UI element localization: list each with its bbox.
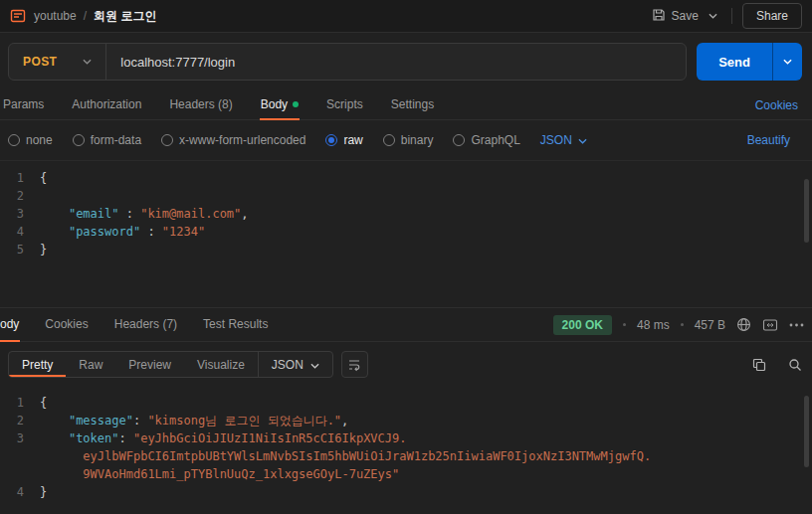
response-body-editor[interactable]: 1{2 "message": "kimsong님 로그인 되었습니다.",3 "…: [0, 386, 812, 514]
response-toolbar: Pretty Raw Preview Visualize JSON: [0, 342, 812, 386]
response-tab-headers[interactable]: Headers (7): [113, 308, 178, 342]
response-time[interactable]: 48 ms: [637, 318, 670, 332]
radio-icon: [73, 134, 85, 146]
beautify-link[interactable]: Beautify: [747, 133, 804, 147]
response-editor-scrollbar[interactable]: [804, 396, 809, 467]
code-line: 2: [0, 187, 812, 205]
response-tab-body[interactable]: Body: [0, 308, 20, 342]
send-split-button: Send: [697, 43, 802, 81]
code-line: 2 "message": "kimsong님 로그인 되었습니다.",: [0, 412, 812, 429]
url-box: POST localhost:7777/login: [8, 43, 687, 81]
status-badge[interactable]: 200 OK: [553, 315, 612, 335]
meta-separator-dot: [681, 323, 684, 326]
topbar: youtube / 회원 로그인 Save Share: [0, 0, 812, 33]
cookies-link-wrap: Cookies: [755, 90, 810, 119]
wrap-text-icon[interactable]: [341, 351, 368, 378]
code-text: eyJlbWFpbCI6ImtpbUBtYWlsLmNvbSIsIm5hbWUi…: [40, 447, 651, 465]
response-meta: 200 OK 48 ms 457 B: [553, 308, 804, 341]
method-dropdown[interactable]: POST: [9, 44, 106, 80]
tab-settings[interactable]: Settings: [390, 90, 435, 120]
line-number: [0, 465, 40, 483]
api-client-window: youtube / 회원 로그인 Save Share: [0, 0, 812, 514]
radio-icon: [453, 134, 465, 146]
copy-response-icon[interactable]: [752, 358, 766, 372]
cookies-link[interactable]: Cookies: [755, 98, 798, 112]
send-button[interactable]: Send: [697, 43, 772, 81]
body-modified-dot: [293, 101, 299, 107]
send-options-chevron-icon[interactable]: [772, 43, 802, 81]
line-number: 2: [0, 412, 40, 429]
code-line: eyJlbWFpbCI6ImtpbUBtYWlsLmNvbSIsIm5hbWUi…: [0, 447, 812, 465]
line-number: 3: [0, 429, 40, 447]
response-language-dropdown[interactable]: JSON: [258, 352, 332, 377]
line-number: [0, 447, 40, 465]
share-button[interactable]: Share: [742, 3, 802, 29]
tab-authorization[interactable]: Authorization: [71, 90, 142, 120]
network-info-globe-icon[interactable]: [736, 317, 751, 332]
response-size[interactable]: 457 B: [695, 318, 725, 332]
request-tabs: Params Authorization Headers (8) Body Sc…: [0, 90, 812, 120]
code-text: "email" : "kim@mail.com",: [40, 205, 249, 223]
code-text: {: [40, 394, 47, 412]
line-number: 4: [0, 223, 40, 241]
response-panel: Body Cookies Headers (7) Test Results 20…: [0, 307, 812, 514]
view-pretty[interactable]: Pretty: [9, 352, 66, 377]
raw-language-label: JSON: [540, 133, 572, 147]
save-icon: [652, 8, 666, 25]
body-type-urlencoded[interactable]: x-www-form-urlencoded: [161, 133, 305, 147]
method-chevron-icon: [83, 59, 92, 65]
url-input[interactable]: localhost:7777/login: [106, 44, 686, 80]
response-language-chevron-icon: [310, 358, 319, 372]
line-number: 4: [0, 483, 40, 501]
view-raw[interactable]: Raw: [66, 352, 115, 377]
body-type-binary[interactable]: binary: [383, 133, 434, 147]
code-line: 1{: [0, 394, 812, 412]
body-type-form-data[interactable]: form-data: [73, 133, 141, 147]
breadcrumb: youtube / 회원 로그인: [34, 8, 156, 25]
radio-icon: [8, 134, 20, 146]
code-text: "token": "eyJhbGciOiJIUzI1NiIsInR5cCI6Ik…: [40, 429, 406, 447]
tab-body[interactable]: Body: [260, 90, 300, 120]
code-text: "message": "kimsong님 로그인 되었습니다.",: [40, 412, 348, 429]
radio-icon: [383, 134, 395, 146]
tab-params[interactable]: Params: [2, 90, 45, 120]
breadcrumb-request-name[interactable]: 회원 로그인: [94, 8, 156, 25]
code-text: "password" : "1234": [40, 223, 205, 241]
tab-scripts[interactable]: Scripts: [325, 90, 364, 120]
response-tabs: Body Cookies Headers (7) Test Results 20…: [0, 308, 812, 342]
view-visualize[interactable]: Visualize: [184, 352, 258, 377]
body-type-raw[interactable]: raw: [325, 133, 362, 147]
method-label: POST: [23, 55, 57, 69]
response-tab-cookies[interactable]: Cookies: [44, 308, 89, 342]
response-language-label: JSON: [272, 358, 304, 372]
body-type-graphql[interactable]: GraphQL: [453, 133, 519, 147]
save-response-icon[interactable]: [762, 318, 778, 332]
save-button[interactable]: Save: [646, 4, 705, 29]
search-response-icon[interactable]: [788, 358, 802, 372]
view-preview[interactable]: Preview: [115, 352, 184, 377]
request-body-editor[interactable]: 1{23 "email" : "kim@mail.com",4 "passwor…: [0, 160, 812, 307]
code-line: 9WVAoHmd61Lmi_pTYBlnUuQz_1xlxgseGOyL-7uZ…: [0, 465, 812, 483]
code-line: 4 "password" : "1234": [0, 223, 812, 241]
line-number: 3: [0, 205, 40, 223]
request-bar: POST localhost:7777/login Send: [0, 33, 812, 90]
body-type-options: none form-data x-www-form-urlencoded raw…: [0, 120, 812, 160]
breadcrumb-collection[interactable]: youtube: [34, 9, 77, 23]
tab-headers[interactable]: Headers (8): [168, 90, 233, 120]
line-number: 1: [0, 394, 40, 412]
line-number: 2: [0, 187, 40, 205]
save-options-chevron-icon[interactable]: [705, 9, 721, 23]
body-type-none[interactable]: none: [8, 133, 53, 147]
raw-language-dropdown[interactable]: JSON: [540, 133, 587, 147]
code-text: }: [40, 241, 47, 258]
request-editor-scrollbar[interactable]: [804, 179, 809, 243]
response-body-actions: [752, 358, 802, 372]
response-tab-test-results[interactable]: Test Results: [202, 308, 269, 342]
code-text: {: [40, 169, 47, 187]
save-button-label: Save: [672, 9, 699, 23]
radio-icon: [161, 134, 173, 146]
response-more-options-icon[interactable]: [789, 323, 804, 327]
code-line: 3 "email" : "kim@mail.com",: [0, 205, 812, 223]
code-text: }: [40, 483, 47, 501]
http-request-icon: [10, 8, 26, 24]
